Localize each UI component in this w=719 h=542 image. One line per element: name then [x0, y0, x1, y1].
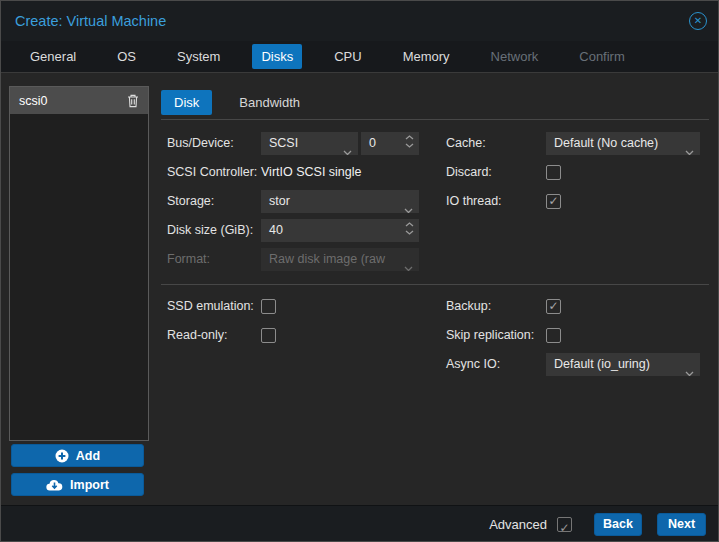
device-number-stepper[interactable]: 0	[361, 132, 419, 155]
disk-list: scsi0	[9, 86, 149, 441]
plus-circle-icon	[55, 449, 69, 463]
discard-checkbox[interactable]: ✓	[546, 165, 561, 180]
tab-memory[interactable]: Memory	[394, 44, 459, 69]
import-button[interactable]: Import	[11, 473, 144, 496]
ssd-emulation-checkbox[interactable]: ✓	[261, 299, 276, 314]
chevron-down-icon	[404, 199, 413, 213]
storage-combo[interactable]: stor	[261, 190, 419, 213]
tab-os[interactable]: OS	[108, 44, 145, 69]
bus-device-label: Bus/Device:	[167, 132, 234, 155]
wizard-tabbar: General OS System Disks CPU Memory Netwo…	[1, 41, 718, 73]
scsi-controller-label: SCSI Controller:	[167, 161, 257, 184]
dialog-title: Create: Virtual Machine	[15, 13, 166, 29]
tab-general[interactable]: General	[21, 44, 85, 69]
disk-size-label: Disk size (GiB):	[167, 219, 253, 242]
scsi-controller-value: VirtIO SCSI single	[261, 161, 419, 184]
create-vm-dialog: Create: Virtual Machine ✕ General OS Sys…	[0, 0, 719, 542]
disk-list-item-scsi0[interactable]: scsi0	[10, 87, 148, 114]
chevron-down-icon	[685, 141, 694, 155]
discard-label: Discard:	[446, 161, 492, 184]
async-io-combo[interactable]: Default (io_uring)	[546, 353, 700, 376]
cache-label: Cache:	[446, 132, 486, 155]
chevron-down-icon	[404, 257, 413, 271]
backup-checkbox[interactable]: ✓	[546, 299, 561, 314]
next-button[interactable]: Next	[657, 513, 706, 536]
disks-panel: scsi0 Add Import Disk Bandwidth Bus/Devi…	[1, 73, 718, 505]
inner-tab-divider	[161, 119, 709, 120]
dialog-header: Create: Virtual Machine ✕	[1, 1, 718, 41]
check-icon: ✓	[547, 300, 560, 313]
close-icon[interactable]: ✕	[689, 12, 707, 30]
spinner-arrows-icon[interactable]	[405, 222, 414, 235]
tab-cpu[interactable]: CPU	[325, 44, 370, 69]
io-thread-checkbox[interactable]: ✓	[546, 194, 561, 209]
disk-inner-tabs: Disk Bandwidth	[161, 90, 313, 115]
chevron-down-icon	[343, 141, 352, 155]
import-button-label: Import	[70, 478, 109, 492]
disk-item-label: scsi0	[19, 94, 127, 108]
tab-disks[interactable]: Disks	[252, 44, 302, 69]
storage-label: Storage:	[167, 190, 214, 213]
skip-replication-checkbox[interactable]: ✓	[546, 328, 561, 343]
advanced-label: Advanced	[489, 517, 547, 532]
read-only-checkbox[interactable]: ✓	[261, 328, 276, 343]
tab-network: Network	[482, 44, 548, 69]
tab-disk[interactable]: Disk	[161, 90, 212, 115]
add-button-label: Add	[76, 449, 100, 463]
trash-icon[interactable]	[127, 94, 139, 108]
add-button[interactable]: Add	[11, 444, 144, 467]
check-icon: ✓	[559, 521, 569, 535]
bus-combo[interactable]: SCSI	[261, 132, 358, 155]
tab-bandwidth[interactable]: Bandwidth	[226, 90, 313, 115]
read-only-label: Read-only:	[167, 324, 227, 347]
format-combo: Raw disk image (raw	[261, 248, 419, 271]
async-io-label: Async IO:	[446, 353, 500, 376]
dialog-footer: Advanced ✓ Back Next	[1, 505, 718, 542]
disk-size-stepper[interactable]: 40	[261, 219, 419, 242]
io-thread-label: IO thread:	[446, 190, 502, 213]
back-button[interactable]: Back	[594, 513, 642, 536]
tab-confirm: Confirm	[570, 44, 634, 69]
cache-combo[interactable]: Default (No cache)	[546, 132, 700, 155]
format-label: Format:	[167, 248, 210, 271]
backup-label: Backup:	[446, 295, 491, 318]
tab-system[interactable]: System	[168, 44, 229, 69]
cloud-download-icon	[46, 479, 63, 491]
spinner-arrows-icon[interactable]	[405, 135, 414, 148]
chevron-down-icon	[685, 362, 694, 376]
ssd-emulation-label: SSD emulation:	[167, 295, 254, 318]
section-divider	[161, 284, 709, 285]
check-icon: ✓	[547, 195, 560, 208]
skip-replication-label: Skip replication:	[446, 324, 534, 347]
advanced-checkbox[interactable]: ✓	[557, 517, 572, 532]
